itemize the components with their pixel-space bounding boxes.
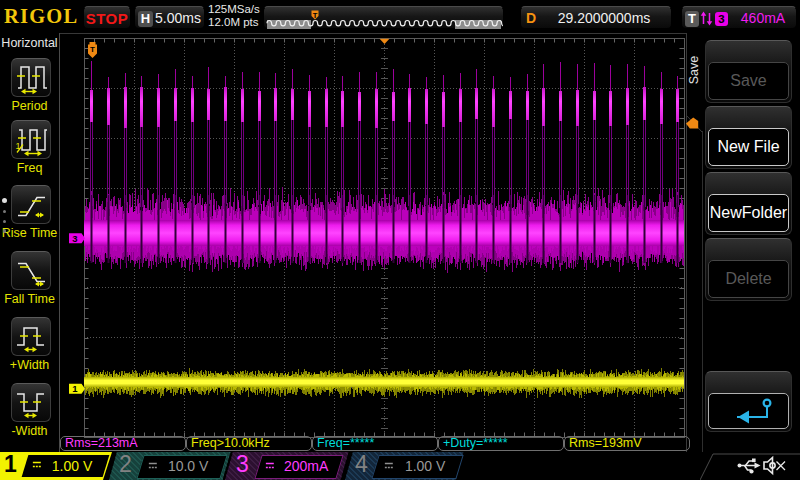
svg-text:T: T bbox=[313, 11, 318, 20]
svg-text:T: T bbox=[90, 45, 95, 54]
svg-text:3: 3 bbox=[72, 233, 77, 244]
svg-text:1: 1 bbox=[72, 383, 78, 394]
